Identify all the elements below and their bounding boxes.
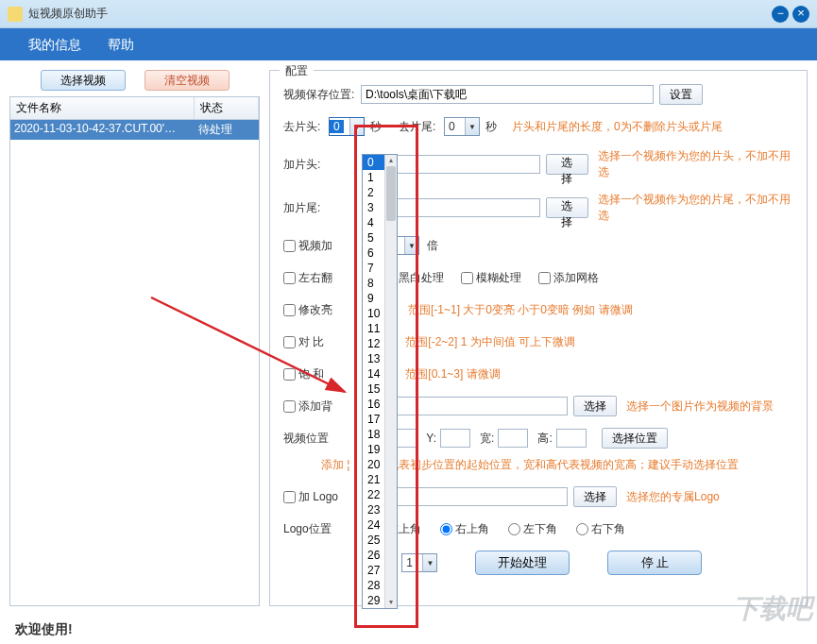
dropdown-item[interactable]: 7	[363, 261, 384, 276]
trim-head-dropdown[interactable]: 0123456789101112131415161718192021222324…	[362, 154, 398, 609]
pos-y-label: Y:	[426, 432, 436, 445]
contrast-hint: 范围[-2~2] 1 为中间值 可上下微调	[405, 334, 575, 350]
choose-tail-button[interactable]: 选择	[546, 197, 588, 218]
dropdown-item[interactable]: 24	[363, 517, 384, 533]
dropdown-item[interactable]: 0	[363, 155, 384, 170]
trim-head-label: 去片头:	[283, 119, 329, 135]
bright-checkbox[interactable]: 修改亮	[283, 302, 332, 318]
dropdown-item[interactable]: 11	[363, 321, 384, 336]
add-tail-label: 加片尾:	[283, 200, 327, 216]
dropdown-item[interactable]: 1	[363, 170, 384, 185]
trim-head-select[interactable]: 0▼	[329, 117, 365, 136]
footer-text: 欢迎使用!	[15, 621, 73, 638]
config-legend: 配置	[280, 63, 314, 79]
start-button[interactable]: 开始处理	[475, 551, 570, 575]
sec-label-1: 秒	[370, 119, 382, 135]
dropdown-item[interactable]: 8	[363, 276, 384, 291]
col-header-status[interactable]: 状态	[195, 97, 259, 119]
blur-checkbox[interactable]: 模糊处理	[461, 270, 521, 286]
logo-input[interactable]	[383, 487, 568, 506]
app-icon	[8, 7, 23, 22]
dropdown-scrollbar[interactable]: ▴ ▾	[384, 155, 397, 608]
flip-checkbox[interactable]: 左右翻	[283, 270, 332, 286]
dropdown-item[interactable]: 15	[363, 381, 384, 397]
dropdown-item[interactable]: 19	[363, 442, 384, 457]
radio-br[interactable]: 右下角	[576, 521, 625, 537]
file-name-cell: 2020-11-03-10-42-37.CUT.00'…	[10, 120, 195, 140]
logo-checkbox[interactable]: 加 Logo	[283, 489, 338, 505]
dropdown-item[interactable]: 21	[363, 472, 384, 487]
choose-logo-button[interactable]: 选择	[573, 486, 617, 507]
scroll-thumb[interactable]	[386, 166, 396, 221]
dropdown-item[interactable]: 26	[363, 548, 384, 563]
contrast-checkbox[interactable]: 对 比	[283, 334, 324, 350]
grid-checkbox[interactable]: 添加网格	[538, 270, 599, 286]
pos-w-label: 宽:	[480, 431, 494, 447]
scroll-up-arrow[interactable]: ▴	[385, 155, 397, 166]
menu-my-info[interactable]: 我的信息	[15, 30, 94, 60]
radio-tr[interactable]: 右上角	[440, 521, 489, 537]
bg-hint: 选择一个图片作为视频的背景	[626, 398, 774, 415]
scroll-down-arrow[interactable]: ▾	[385, 597, 397, 608]
dropdown-item[interactable]: 23	[363, 502, 384, 517]
dropdown-item[interactable]: 27	[363, 563, 384, 578]
add-head-hint: 选择一个视频作为您的片头，不加不用选	[598, 148, 793, 180]
bright-hint: 范围[-1~1] 大于0变亮 小于0变暗 例如 请微调	[408, 302, 633, 318]
set-path-button[interactable]: 设置	[659, 84, 703, 105]
dropdown-item[interactable]: 5	[363, 230, 384, 246]
menu-help[interactable]: 帮助	[94, 30, 147, 60]
dropdown-item[interactable]: 9	[363, 291, 384, 306]
logo-pos-label: Logo位置	[283, 521, 338, 537]
speed-unit: 倍	[427, 238, 438, 254]
dropdown-item[interactable]: 2	[363, 185, 384, 200]
save-path-label: 视频保存位置:	[283, 87, 361, 103]
bg-input[interactable]	[383, 397, 568, 415]
stop-button[interactable]: 停 止	[607, 551, 702, 575]
pos-h-input[interactable]	[556, 429, 587, 448]
radio-bl[interactable]: 左下角	[508, 521, 557, 537]
col-header-name[interactable]: 文件名称	[10, 97, 195, 119]
sec-label-2: 秒	[485, 119, 497, 135]
dropdown-item[interactable]: 18	[363, 427, 384, 442]
dropdown-item[interactable]: 16	[363, 397, 384, 412]
menubar: 我的信息 帮助	[0, 28, 817, 60]
titlebar: 短视频原创助手 － ×	[0, 0, 817, 28]
app-title: 短视频原创助手	[28, 6, 768, 22]
trim-hint: 片头和片尾的长度，0为不删除片头或片尾	[512, 119, 723, 135]
table-row[interactable]: 2020-11-03-10-42-37.CUT.00'… 待处理	[10, 120, 259, 140]
bg-checkbox[interactable]: 添加背	[283, 398, 332, 415]
dropdown-item[interactable]: 13	[363, 351, 384, 366]
dropdown-item[interactable]: 28	[363, 578, 384, 593]
file-table: 文件名称 状态 2020-11-03-10-42-37.CUT.00'… 待处理	[9, 96, 260, 606]
trim-tail-select[interactable]: 0▼	[444, 117, 480, 136]
file-status-cell: 待处理	[195, 120, 259, 140]
select-video-button[interactable]: 选择视频	[41, 70, 126, 91]
choose-head-button[interactable]: 选择	[546, 154, 588, 175]
dropdown-item[interactable]: 22	[363, 487, 384, 502]
satur-hint: 范围[0.1~3] 请微调	[405, 366, 500, 382]
dropdown-item[interactable]: 25	[363, 533, 384, 548]
dropdown-item[interactable]: 12	[363, 336, 384, 351]
dropdown-item[interactable]: 3	[363, 200, 384, 215]
pos-label: 视频位置	[283, 431, 338, 447]
save-path-input[interactable]	[361, 85, 654, 104]
clear-video-button[interactable]: 清空视频	[145, 70, 230, 91]
pos-h-label: 高:	[537, 431, 552, 447]
dropdown-item[interactable]: 17	[363, 412, 384, 427]
choose-pos-button[interactable]: 选择位置	[602, 428, 668, 449]
minimize-button[interactable]: －	[772, 6, 789, 23]
dropdown-item[interactable]: 4	[363, 215, 384, 230]
speed-checkbox[interactable]: 视频加	[283, 238, 332, 254]
close-button[interactable]: ×	[792, 6, 809, 23]
dropdown-item[interactable]: 6	[363, 246, 384, 261]
pos-w-input[interactable]	[498, 429, 528, 448]
threads-select[interactable]: 1▼	[401, 553, 437, 572]
add-tail-hint: 选择一个视频作为您的片尾，不加不用选	[598, 192, 793, 224]
dropdown-item[interactable]: 10	[363, 306, 384, 321]
choose-bg-button[interactable]: 选择	[573, 396, 617, 416]
dropdown-item[interactable]: 29	[363, 593, 384, 608]
satur-checkbox[interactable]: 饱 和	[283, 366, 324, 382]
pos-y-input[interactable]	[440, 429, 470, 448]
dropdown-item[interactable]: 14	[363, 366, 384, 381]
dropdown-item[interactable]: 20	[363, 457, 384, 472]
